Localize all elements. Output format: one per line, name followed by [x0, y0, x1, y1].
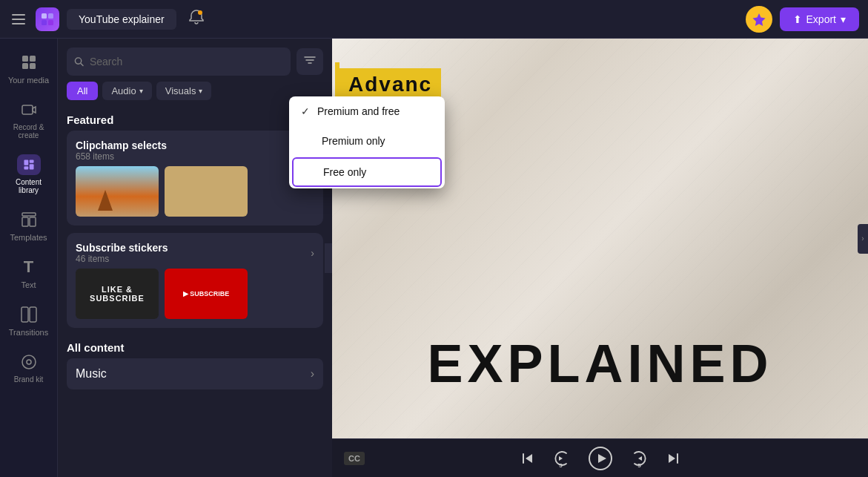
svg-rect-12 — [24, 159, 28, 165]
yellow-bar — [335, 62, 339, 101]
play-controls: 5 5 — [517, 442, 683, 475]
music-row[interactable]: Music › — [67, 358, 323, 389]
play-pause-button[interactable] — [584, 442, 617, 475]
collection-card-subscribe: Subscribe stickers 46 items › LIKE & SUB… — [67, 233, 323, 328]
content-library-icon — [17, 154, 41, 175]
tab-all[interactable]: All — [67, 82, 98, 100]
search-input-wrap — [67, 47, 291, 76]
svg-point-22 — [27, 360, 31, 364]
thumb-desert[interactable] — [76, 166, 159, 217]
svg-point-23 — [75, 58, 81, 64]
svg-marker-11 — [33, 107, 36, 113]
sidebar-label-record-create: Record & create — [13, 123, 44, 139]
filter-dropdown: ✓ Premium and free Premium only Free onl… — [289, 96, 445, 188]
svg-marker-26 — [598, 454, 606, 463]
skip-back-num: 5 — [559, 462, 562, 469]
app-icon — [36, 7, 59, 31]
sidebar-item-your-media[interactable]: Your media — [0, 45, 57, 92]
dropdown-item-premium-and-free[interactable]: ✓ Premium and free — [289, 96, 445, 126]
svg-rect-2 — [42, 20, 47, 25]
thumb-subscribe-like[interactable]: LIKE & SUBSCRIBE — [76, 269, 159, 319]
svg-rect-20 — [30, 307, 36, 322]
svg-marker-5 — [752, 13, 765, 26]
playback-bar: CC 5 5 — [332, 438, 868, 477]
sidebar-item-content-library[interactable]: Content library — [0, 147, 57, 202]
bell-icon[interactable] — [188, 9, 205, 29]
svg-rect-0 — [42, 13, 47, 19]
export-button[interactable]: ⬆ Export ▾ — [780, 7, 859, 31]
check-icon: ✓ — [301, 105, 310, 117]
svg-rect-1 — [48, 13, 53, 19]
skip-to-end-button[interactable] — [663, 448, 683, 469]
visuals-chevron-icon: ▾ — [199, 87, 202, 95]
svg-rect-13 — [29, 159, 33, 162]
sidebar-item-brand-kit[interactable]: Brand kit — [0, 344, 57, 391]
collection-count-subscribe: 46 items — [76, 254, 168, 264]
sidebar-label-text: Text — [21, 280, 36, 289]
svg-rect-17 — [22, 217, 28, 226]
sidebar-item-record-create[interactable]: Record & create — [0, 92, 57, 147]
transitions-icon — [17, 304, 41, 325]
sidebar-label-transitions: Transitions — [9, 328, 48, 337]
record-create-icon — [17, 99, 41, 120]
menu-icon[interactable] — [9, 11, 28, 27]
collection-card-clipchamp: Clipchamp selects 658 items › — [67, 131, 323, 226]
svg-rect-18 — [30, 217, 36, 226]
audio-chevron-icon: ▾ — [139, 87, 143, 95]
search-input[interactable] — [90, 56, 283, 68]
svg-rect-19 — [21, 307, 28, 322]
sidebar-item-transitions[interactable]: Transitions — [0, 297, 57, 344]
sidebar-label-content-library: Content library — [16, 178, 42, 194]
export-chevron-icon: ▾ — [841, 13, 846, 25]
skip-back-button[interactable]: 5 — [550, 447, 572, 470]
cc-badge[interactable]: CC — [344, 452, 365, 465]
svg-rect-3 — [48, 20, 53, 25]
skip-to-start-button[interactable] — [517, 448, 538, 469]
explained-text: EXPLAINED — [332, 333, 868, 394]
svg-rect-7 — [30, 56, 36, 62]
subscribe-chevron-icon[interactable]: › — [311, 247, 314, 259]
sidebar: Your media Record & create Content libra… — [0, 39, 58, 477]
dropdown-item-premium-only[interactable]: Premium only — [289, 126, 445, 156]
music-label: Music — [76, 367, 107, 381]
svg-rect-15 — [24, 166, 28, 169]
music-chevron-icon: › — [311, 367, 314, 381]
collection-header-subscribe: Subscribe stickers 46 items › — [76, 242, 314, 264]
svg-rect-10 — [22, 105, 33, 114]
topbar: YouTube explainer ⬆ Export ▾ — [0, 0, 868, 39]
your-media-icon — [17, 52, 41, 73]
svg-rect-9 — [30, 63, 36, 69]
skip-forward-num: 5 — [637, 462, 640, 469]
svg-rect-14 — [29, 164, 33, 169]
thumb-subscribe-red[interactable]: ▶ SUBSCRIBE — [165, 269, 248, 319]
sidebar-label-your-media: Your media — [8, 76, 49, 85]
subscribe-thumbs: LIKE & SUBSCRIBE ▶ SUBSCRIBE — [76, 269, 314, 319]
sidebar-label-templates: Templates — [10, 233, 47, 242]
collection-thumbs — [76, 166, 314, 217]
tab-audio[interactable]: Audio ▾ — [102, 82, 151, 100]
premium-badge[interactable] — [746, 6, 772, 33]
text-icon: T — [17, 257, 41, 277]
svg-rect-16 — [22, 213, 36, 216]
tab-visuals[interactable]: Visuals ▾ — [156, 82, 212, 100]
sidebar-item-text[interactable]: T Text — [0, 249, 57, 297]
search-bar — [58, 39, 332, 82]
all-content-title: All content — [67, 335, 323, 358]
collapse-panel-button[interactable]: ‹ — [325, 243, 332, 273]
templates-icon — [17, 209, 41, 230]
export-label: Export — [806, 13, 836, 25]
right-panel-collapse[interactable]: › — [858, 224, 868, 254]
filter-button[interactable] — [296, 48, 323, 75]
svg-rect-8 — [22, 63, 28, 69]
sidebar-item-templates[interactable]: Templates — [0, 202, 57, 249]
search-icon — [74, 56, 84, 67]
sidebar-label-brand-kit: Brand kit — [14, 375, 43, 384]
project-title-button[interactable]: YouTube explainer — [67, 9, 176, 30]
dropdown-item-free-only[interactable]: Free only — [292, 157, 442, 187]
featured-title: Featured — [67, 108, 323, 131]
svg-point-4 — [198, 10, 202, 15]
thumb-tan[interactable] — [165, 166, 248, 217]
skip-forward-button[interactable]: 5 — [629, 447, 651, 470]
collection-count: 658 items — [76, 151, 167, 162]
export-arrow-icon: ⬆ — [793, 13, 802, 25]
